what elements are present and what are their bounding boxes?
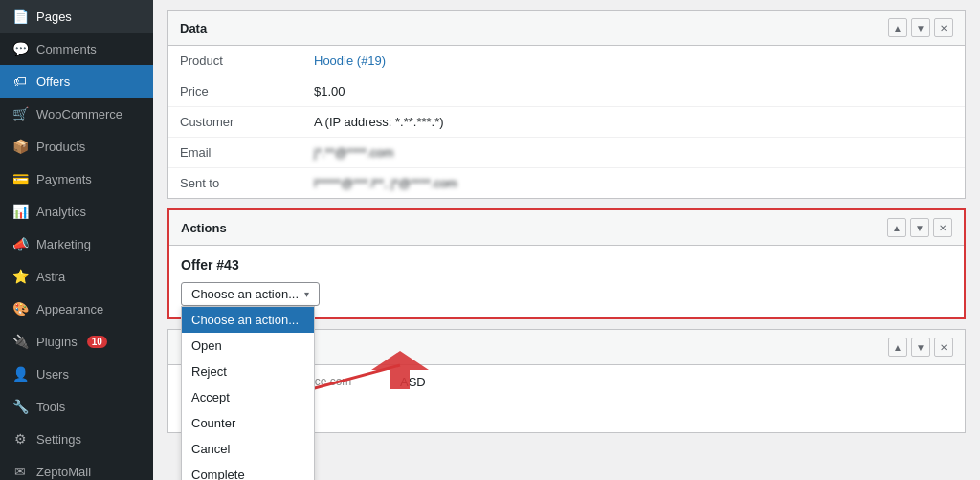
sidebar-item-label-users: Users (36, 367, 69, 382)
sidebar-item-comments[interactable]: 💬Comments (0, 33, 153, 65)
sidebar-item-offers[interactable]: 🏷Offers (0, 65, 153, 98)
table-row: ProductHoodie (#19) (168, 46, 965, 76)
extra-panel-down-btn[interactable]: ▼ (911, 338, 930, 357)
sidebar-item-label-zeptomail: ZeptoMail (36, 465, 91, 479)
payments-icon: 💳 (11, 170, 29, 187)
sidebar-item-label-products: Products (36, 140, 85, 154)
sidebar-item-zeptomail[interactable]: ✉ZeptoMail (0, 455, 153, 480)
sidebar-item-pages[interactable]: 📄Pages (0, 0, 153, 33)
dropdown-option-choose[interactable]: Choose an action... (182, 307, 314, 333)
extra-panel-controls: ▲ ▼ ✕ (888, 338, 953, 357)
data-row-label-3: Email (168, 138, 302, 168)
data-row-link-0[interactable]: Hoodie (#19) (314, 54, 386, 68)
data-row-label-2: Customer (168, 107, 302, 138)
sidebar-item-marketing[interactable]: 📣Marketing (0, 228, 153, 260)
actions-panel-up-btn[interactable]: ▲ (887, 218, 906, 237)
sidebar-item-plugins[interactable]: 🔌Plugins10 (0, 325, 153, 358)
actions-body: Offer #43 Choose an action... ▾ Choose a… (169, 246, 964, 317)
data-panel-down-btn[interactable]: ▼ (911, 18, 930, 37)
action-dropdown-menu: Choose an action...OpenRejectAcceptCount… (181, 306, 315, 480)
sidebar-item-label-astra: Astra (36, 270, 65, 284)
sidebar-item-label-tools: Tools (36, 400, 65, 414)
analytics-icon: 📊 (11, 203, 29, 220)
dropdown-option-accept[interactable]: Accept (182, 384, 314, 410)
data-panel-header: Data ▲ ▼ ✕ (168, 11, 965, 46)
sidebar-item-analytics[interactable]: 📊Analytics (0, 195, 153, 228)
offers-icon: 🏷 (11, 73, 29, 90)
sidebar-item-label-settings: Settings (36, 432, 81, 447)
data-panel-up-btn[interactable]: ▲ (888, 18, 907, 37)
offer-title: Offer #43 (181, 257, 952, 273)
action-dropdown-trigger[interactable]: Choose an action... ▾ (181, 282, 320, 306)
dropdown-option-open[interactable]: Open (182, 333, 314, 359)
astra-icon: ⭐ (11, 268, 29, 285)
extra-panel-up-btn[interactable]: ▲ (888, 338, 907, 357)
data-row-value-2: A (IP address: *.**.***.*) (302, 107, 965, 138)
actions-panel-controls: ▲ ▼ ✕ (887, 218, 952, 237)
table-row: Sent tol*****@***.l**, j*@****.com (168, 168, 965, 199)
data-panel-controls: ▲ ▼ ✕ (888, 18, 953, 37)
actions-panel-close-btn[interactable]: ✕ (933, 218, 952, 237)
products-icon: 📦 (11, 138, 29, 155)
marketing-icon: 📣 (11, 235, 29, 252)
dropdown-wrapper: Choose an action... ▾ Choose an action..… (181, 282, 320, 306)
sidebar-item-woocommerce[interactable]: 🛒WooCommerce (0, 98, 153, 130)
pages-icon: 📄 (11, 8, 29, 25)
dropdown-option-complete[interactable]: Complete (182, 462, 314, 480)
data-panel-close-btn[interactable]: ✕ (934, 18, 953, 37)
tools-icon: 🔧 (11, 398, 29, 415)
sidebar-item-products[interactable]: 📦Products (0, 130, 153, 163)
data-panel: Data ▲ ▼ ✕ ProductHoodie (#19)Price$1.00… (167, 10, 966, 199)
settings-icon: ⚙ (11, 430, 29, 447)
extra-panel-close-btn[interactable]: ✕ (934, 338, 953, 357)
plugins-badge: 10 (87, 336, 107, 348)
dropdown-option-cancel[interactable]: Cancel (182, 436, 314, 462)
actions-panel-down-btn[interactable]: ▼ (910, 218, 929, 237)
dropdown-option-counter[interactable]: Counter (182, 410, 314, 436)
sidebar-item-tools[interactable]: 🔧Tools (0, 390, 153, 423)
dropdown-option-reject[interactable]: Reject (182, 359, 314, 384)
appearance-icon: 🎨 (11, 300, 29, 317)
sidebar-item-label-marketing: Marketing (36, 237, 91, 251)
sidebar-item-label-offers: Offers (36, 75, 70, 89)
comments-icon: 💬 (11, 40, 29, 57)
sidebar-item-label-pages: Pages (36, 10, 72, 24)
chevron-down-icon: ▾ (304, 289, 309, 299)
actions-panel: Actions ▲ ▼ ✕ Offer #43 Choose an action… (167, 208, 966, 319)
table-row: Emailj*.**@****.com (168, 138, 965, 168)
table-row: CustomerA (IP address: *.**.***.*) (168, 107, 965, 138)
actions-panel-title: Actions (181, 221, 227, 235)
sidebar-item-settings[interactable]: ⚙Settings (0, 423, 153, 455)
asd-text: ASD (400, 375, 426, 389)
users-icon: 👤 (11, 365, 29, 382)
table-row: Price$1.00 (168, 76, 965, 107)
sidebar-item-label-analytics: Analytics (36, 205, 86, 219)
data-row-label-0: Product (168, 46, 302, 76)
woocommerce-icon: 🛒 (11, 105, 29, 122)
sidebar-item-label-plugins: Plugins (36, 335, 78, 349)
data-row-label-1: Price (168, 76, 302, 107)
sidebar-item-label-appearance: Appearance (36, 302, 103, 316)
data-row-value-4: l*****@***.l**, j*@****.com (302, 168, 965, 199)
data-row-label-4: Sent to (168, 168, 302, 199)
sidebar-item-label-woocommerce: WooCommerce (36, 107, 122, 121)
main-content: Data ▲ ▼ ✕ ProductHoodie (#19)Price$1.00… (153, 0, 980, 480)
sidebar: 📄Pages💬Comments🏷Offers🛒WooCommerce📦Produ… (0, 0, 153, 480)
sidebar-item-payments[interactable]: 💳Payments (0, 163, 153, 195)
data-row-value-1: $1.00 (302, 76, 965, 107)
sidebar-item-appearance[interactable]: 🎨Appearance (0, 293, 153, 325)
sidebar-item-astra[interactable]: ⭐Astra (0, 260, 153, 293)
data-row-value-0: Hoodie (#19) (302, 46, 965, 76)
dropdown-selected-label: Choose an action... (191, 287, 299, 301)
sidebar-item-label-payments: Payments (36, 172, 92, 186)
data-row-value-3: j*.**@****.com (302, 138, 965, 168)
data-panel-title: Data (180, 21, 207, 35)
plugins-icon: 🔌 (11, 333, 29, 350)
sidebar-items: 📄Pages💬Comments🏷Offers🛒WooCommerce📦Produ… (0, 0, 153, 480)
zeptomail-icon: ✉ (11, 463, 29, 480)
sidebar-item-users[interactable]: 👤Users (0, 358, 153, 390)
data-table: ProductHoodie (#19)Price$1.00CustomerA (… (168, 46, 965, 198)
actions-panel-header: Actions ▲ ▼ ✕ (169, 210, 964, 246)
sidebar-item-label-comments: Comments (36, 42, 97, 56)
